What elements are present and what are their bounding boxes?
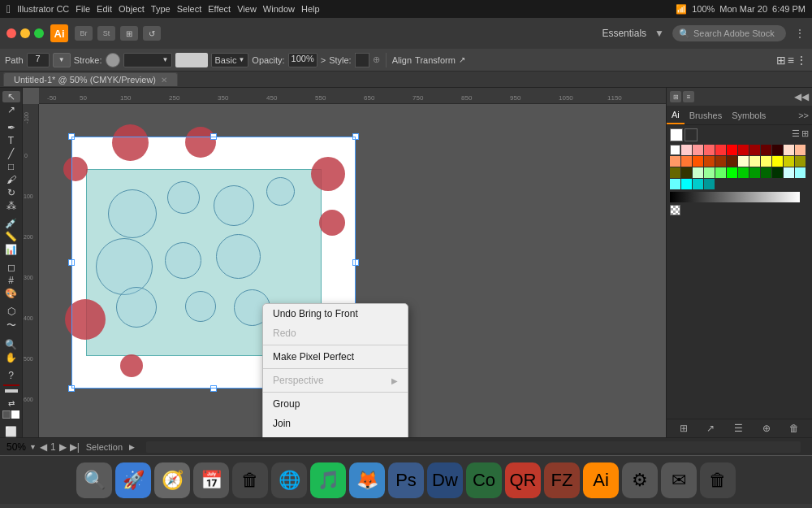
panel-action-5[interactable]: 🗑 — [789, 423, 799, 434]
color-swatch-white[interactable] — [670, 128, 683, 141]
red-circle-6[interactable] — [65, 299, 106, 340]
close-button[interactable] — [6, 28, 16, 38]
swatch[interactable] — [670, 156, 680, 167]
path-dropdown[interactable]: ▼ — [53, 53, 71, 67]
dock-illustrator[interactable]: Ai — [583, 462, 619, 498]
swatch[interactable] — [681, 145, 692, 155]
swatches-list-icon[interactable]: ☰ — [792, 128, 800, 141]
zoom-tool[interactable]: 🔍 — [2, 339, 20, 350]
menu-view[interactable]: View — [237, 4, 257, 14]
panel-action-2[interactable]: ↗ — [706, 423, 715, 434]
dock-finder[interactable]: 🔍 — [76, 462, 112, 498]
swatch[interactable] — [693, 145, 703, 155]
circle-3[interactable] — [214, 185, 254, 226]
tab-close-icon[interactable]: ✕ — [161, 76, 167, 85]
perspective-tool[interactable]: ⬡ — [2, 306, 20, 317]
dock-filezilla[interactable]: FZ — [544, 462, 580, 498]
stock-icon[interactable]: St — [97, 26, 115, 41]
measure-tool[interactable]: 📏 — [2, 231, 20, 242]
circle-1[interactable] — [108, 189, 157, 238]
menu-window[interactable]: Window — [263, 4, 295, 14]
swatch[interactable] — [693, 179, 703, 189]
panel-btn-1[interactable]: ⊞ — [670, 91, 681, 102]
more-icon[interactable]: ⋮ — [794, 27, 806, 40]
menu-object[interactable]: Object — [119, 4, 145, 14]
direct-select-tool[interactable]: ↗ — [2, 104, 20, 115]
color-swatch-none[interactable] — [685, 128, 698, 141]
gradient-tool[interactable]: ◻ — [2, 262, 20, 273]
pen-tool[interactable]: ✒ — [2, 122, 20, 133]
swatch[interactable] — [749, 156, 760, 167]
swatch[interactable] — [761, 145, 771, 155]
red-circle-3[interactable] — [63, 157, 88, 181]
panel-icon-grid[interactable]: ⊞ — [776, 54, 786, 67]
swatch[interactable] — [704, 156, 715, 167]
circle-4[interactable] — [266, 177, 295, 206]
bridge-icon[interactable]: Br — [75, 26, 93, 41]
circle-5[interactable] — [96, 238, 153, 295]
grid-view-icon[interactable]: ⊞ — [120, 26, 138, 41]
swatch[interactable] — [693, 167, 703, 178]
search-bar[interactable]: 🔍 Search Adobe Stock — [672, 25, 786, 41]
dock-trash[interactable]: 🗑 — [232, 462, 268, 498]
circle-8[interactable] — [116, 287, 157, 328]
prev-icon[interactable]: ◀ — [40, 441, 47, 453]
panel-collapse-icon[interactable]: ◀◀ — [794, 91, 809, 102]
menu-select[interactable]: Select — [177, 4, 202, 14]
swatch[interactable] — [681, 156, 692, 167]
panel-tab-more[interactable]: >> — [795, 107, 812, 124]
next-icon[interactable]: ▶ — [59, 441, 67, 453]
dock-trash-2[interactable]: 🗑 — [700, 462, 736, 498]
dock-dreamweaver[interactable]: Dw — [427, 462, 463, 498]
fill-color[interactable] — [3, 384, 19, 386]
zoom-dropdown-icon[interactable]: ▼ — [29, 443, 37, 451]
context-menu-item[interactable]: Undo Bring to Front — [263, 304, 408, 323]
swatch[interactable] — [681, 179, 692, 189]
question-tool[interactable]: ? — [2, 370, 20, 381]
hand-tool[interactable]: ✋ — [2, 352, 20, 363]
dock-launchpad[interactable]: 🚀 — [115, 462, 151, 498]
live-paint-tool[interactable]: 🎨 — [2, 288, 20, 299]
swatch[interactable] — [738, 145, 749, 155]
warp-tool[interactable]: 〜 — [2, 319, 20, 332]
swatch[interactable] — [670, 179, 680, 189]
stroke-dropdown[interactable]: ▼ — [123, 53, 172, 67]
menu-type[interactable]: Type — [151, 4, 171, 14]
swatch[interactable] — [772, 145, 783, 155]
maximize-button[interactable] — [34, 28, 44, 38]
swatch[interactable] — [795, 167, 806, 178]
workspace-dropdown-icon[interactable]: ▼ — [654, 28, 664, 39]
swatch[interactable] — [761, 156, 771, 167]
swatch[interactable] — [715, 167, 726, 178]
context-menu-item[interactable]: Make Pixel Perfect — [263, 347, 408, 367]
swatch[interactable] — [715, 156, 726, 167]
red-circle-7[interactable] — [120, 354, 143, 377]
swatch[interactable] — [704, 179, 715, 189]
dock-qr[interactable]: QR — [505, 462, 541, 498]
menu-edit[interactable]: Edit — [97, 4, 112, 14]
opacity-input[interactable]: 100% — [288, 53, 317, 67]
minimize-button[interactable] — [20, 28, 30, 38]
swatch[interactable] — [795, 145, 806, 155]
swatch[interactable] — [761, 167, 771, 178]
dock-system-prefs[interactable]: ⚙ — [622, 462, 658, 498]
swatch[interactable] — [715, 145, 726, 155]
menu-effect[interactable]: Effect — [208, 4, 231, 14]
panel-btn-2[interactable]: ≡ — [683, 91, 694, 102]
color-mode-color[interactable] — [2, 410, 11, 419]
path-input[interactable]: 7 — [27, 53, 50, 67]
swatches-grid-icon[interactable]: ⊞ — [801, 128, 809, 141]
swatch[interactable] — [784, 167, 794, 178]
swatch[interactable] — [749, 145, 760, 155]
document-tab[interactable]: Untitled-1* @ 50% (CMYK/Preview) ✕ — [3, 72, 178, 86]
context-menu-item[interactable]: Group — [263, 394, 408, 414]
swatch[interactable] — [727, 145, 737, 155]
swatch[interactable] — [727, 167, 737, 178]
swatch[interactable] — [784, 145, 794, 155]
swatch[interactable] — [749, 167, 760, 178]
dock-mail[interactable]: ✉ — [661, 462, 697, 498]
dock-chrome[interactable]: 🌐 — [271, 462, 307, 498]
rect-tool[interactable]: □ — [2, 161, 20, 172]
panel-more-icon[interactable]: ⋮ — [796, 54, 807, 67]
last-page-icon[interactable]: ▶| — [70, 441, 80, 453]
